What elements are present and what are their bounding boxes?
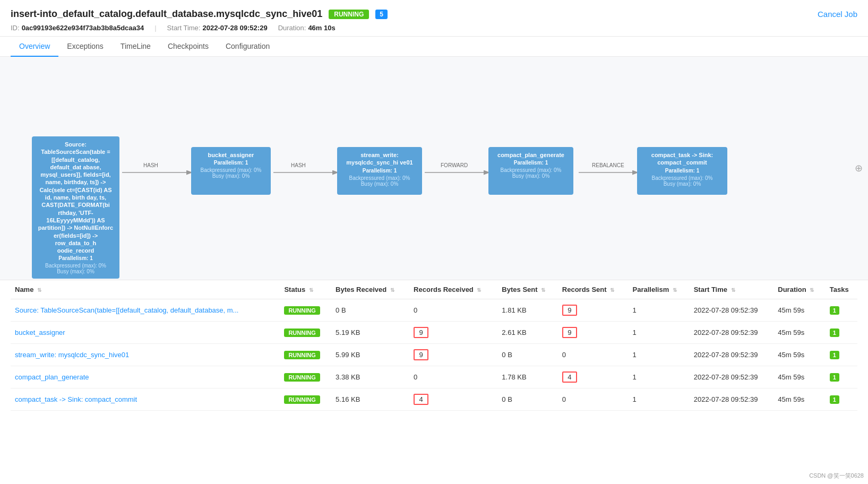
cell-parallelism: 1 <box>629 344 690 366</box>
cell-records-received: 9 <box>409 344 497 366</box>
node-compact-task-stats: Backpressured (max): 0%Busy (max): 0% <box>641 175 723 187</box>
svg-text:HASH: HASH <box>143 162 158 168</box>
scroll-indicator: ⊕ <box>855 162 863 174</box>
col-parallelism[interactable]: Parallelism ⇅ <box>629 280 690 299</box>
table-row: bucket_assigner RUNNING 5.19 KB 9 2.61 K… <box>11 322 857 344</box>
flow-svg: HASH HASH FORWARD REBALANCE <box>0 57 868 280</box>
col-bytes-received[interactable]: Bytes Received ⇅ <box>331 280 409 299</box>
cell-parallelism: 1 <box>629 388 690 411</box>
tab-configuration[interactable]: Configuration <box>217 37 278 57</box>
highlighted-records-received: 4 <box>414 394 428 405</box>
svg-text:REBALANCE: REBALANCE <box>592 162 624 168</box>
cell-tasks: 1 <box>826 299 857 322</box>
cell-records-received: 0 <box>409 299 497 322</box>
cell-start-time: 2022-07-28 09:52:39 <box>690 299 774 322</box>
svg-text:HASH: HASH <box>291 162 306 168</box>
cell-bytes-received: 5.19 KB <box>331 322 409 344</box>
tab-exceptions[interactable]: Exceptions <box>58 37 111 57</box>
cell-records-sent: 0 <box>558 344 629 366</box>
duration-value: 46m 10s <box>308 24 335 32</box>
node-stream-write[interactable]: stream_write: mysqlcdc_sync_hi ve01 Para… <box>337 147 422 195</box>
cell-status: RUNNING <box>280 344 331 366</box>
node-stream-title: stream_write: mysqlcdc_sync_hi ve01 <box>341 151 418 167</box>
col-duration[interactable]: Duration ⇅ <box>774 280 826 299</box>
cell-duration: 45m 59s <box>774 388 826 411</box>
cancel-job-button[interactable]: Cancel Job <box>818 10 857 19</box>
col-tasks[interactable]: Tasks <box>826 280 857 299</box>
cell-bytes-received: 0 B <box>331 299 409 322</box>
cell-records-sent: 0 <box>558 388 629 411</box>
col-name[interactable]: Name ⇅ <box>11 280 280 299</box>
cell-status: RUNNING <box>280 366 331 388</box>
cell-bytes-sent: 2.61 KB <box>497 322 557 344</box>
cell-bytes-received: 5.16 KB <box>331 388 409 411</box>
cell-records-received: 0 <box>409 366 497 388</box>
cell-bytes-sent: 1.78 KB <box>497 366 557 388</box>
col-records-received[interactable]: Records Received ⇅ <box>409 280 497 299</box>
node-stream-parallelism: Parallelism: 1 <box>341 168 418 174</box>
cell-status: RUNNING <box>280 388 331 411</box>
cell-bytes-sent: 0 B <box>497 344 557 366</box>
node-bucket-assigner[interactable]: bucket_assigner Parallelism: 1 Backpress… <box>191 147 271 195</box>
cell-name[interactable]: bucket_assigner <box>11 322 280 344</box>
col-start-time[interactable]: Start Time ⇅ <box>690 280 774 299</box>
cell-start-time: 2022-07-28 09:52:39 <box>690 322 774 344</box>
node-compact-plan[interactable]: compact_plan_generate Parallelism: 1 Bac… <box>488 147 573 195</box>
cell-bytes-sent: 1.81 KB <box>497 299 557 322</box>
duration-label: Duration: <box>278 24 306 32</box>
status-badge: RUNNING <box>329 10 369 19</box>
cell-records-received: 4 <box>409 388 497 411</box>
highlighted-records-sent: 9 <box>562 305 577 316</box>
table-row: Source: TableSourceScan(table=[[default_… <box>11 299 857 322</box>
col-records-sent[interactable]: Records Sent ⇅ <box>558 280 629 299</box>
job-title: insert-into_default_catalog.default_data… <box>11 8 322 20</box>
cell-name[interactable]: compact_task -> Sink: compact_commit <box>11 388 280 411</box>
cell-name[interactable]: stream_write: mysqlcdc_sync_hive01 <box>11 344 280 366</box>
node-stream-stats: Backpressured (max): 0%Busy (max): 0% <box>341 175 418 187</box>
node-compact-plan-parallelism: Parallelism: 1 <box>493 160 569 166</box>
cell-start-time: 2022-07-28 09:52:39 <box>690 366 774 388</box>
cell-start-time: 2022-07-28 09:52:39 <box>690 344 774 366</box>
node-source[interactable]: Source: TableSourceScan(table =[[default… <box>32 136 119 279</box>
header-top: insert-into_default_catalog.default_data… <box>11 8 857 20</box>
node-source-title: Source: TableSourceScan(table =[[default… <box>36 141 115 254</box>
cell-start-time: 2022-07-28 09:52:39 <box>690 388 774 411</box>
tab-timeline[interactable]: TimeLine <box>112 37 159 57</box>
node-compact-task-parallelism: Parallelism: 1 <box>641 168 723 174</box>
node-compact-task[interactable]: compact_task -> Sink: compact _commit Pa… <box>637 147 727 195</box>
node-compact-plan-stats: Backpressured (max): 0%Busy (max): 0% <box>493 167 569 179</box>
id-label: ID: <box>11 24 20 32</box>
cell-name[interactable]: compact_plan_generate <box>11 366 280 388</box>
tab-checkpoints[interactable]: Checkpoints <box>159 37 217 57</box>
highlighted-records-received: 9 <box>414 349 428 360</box>
cell-name[interactable]: Source: TableSourceScan(table=[[default_… <box>11 299 280 322</box>
tab-bar: Overview Exceptions TimeLine Checkpoints… <box>0 37 868 57</box>
svg-text:FORWARD: FORWARD <box>441 162 468 168</box>
cell-duration: 45m 59s <box>774 366 826 388</box>
node-bucket-title: bucket_assigner <box>195 151 267 159</box>
start-time-label: Start Time: <box>167 24 201 32</box>
table-row: compact_task -> Sink: compact_commit RUN… <box>11 388 857 411</box>
highlighted-records-received: 9 <box>414 327 428 338</box>
cell-tasks: 1 <box>826 322 857 344</box>
cell-duration: 45m 59s <box>774 344 826 366</box>
cell-status: RUNNING <box>280 299 331 322</box>
header-meta: ID: 0ac99193e622e934f73ab3b8a5dcaa34 | S… <box>11 24 857 32</box>
node-compact-task-title: compact_task -> Sink: compact _commit <box>641 151 723 167</box>
cell-records-sent: 4 <box>558 366 629 388</box>
cell-status: RUNNING <box>280 322 331 344</box>
cell-parallelism: 1 <box>629 366 690 388</box>
tab-overview[interactable]: Overview <box>11 37 58 57</box>
cell-bytes-sent: 0 B <box>497 388 557 411</box>
table-row: compact_plan_generate RUNNING 3.38 KB 0 … <box>11 366 857 388</box>
table-header-row: Name ⇅ Status ⇅ Bytes Received ⇅ Records… <box>11 280 857 299</box>
col-bytes-sent[interactable]: Bytes Sent ⇅ <box>497 280 557 299</box>
header: insert-into_default_catalog.default_data… <box>0 0 868 37</box>
start-time-group: Start Time: 2022-07-28 09:52:29 <box>167 24 268 32</box>
id-value: 0ac99193e622e934f73ab3b8a5dcaa34 <box>22 24 144 32</box>
col-status[interactable]: Status ⇅ <box>280 280 331 299</box>
cell-bytes-received: 3.38 KB <box>331 366 409 388</box>
flow-area: HASH HASH FORWARD REBALANCE Source: Tabl… <box>0 57 868 280</box>
cell-parallelism: 1 <box>629 299 690 322</box>
cell-duration: 45m 59s <box>774 299 826 322</box>
